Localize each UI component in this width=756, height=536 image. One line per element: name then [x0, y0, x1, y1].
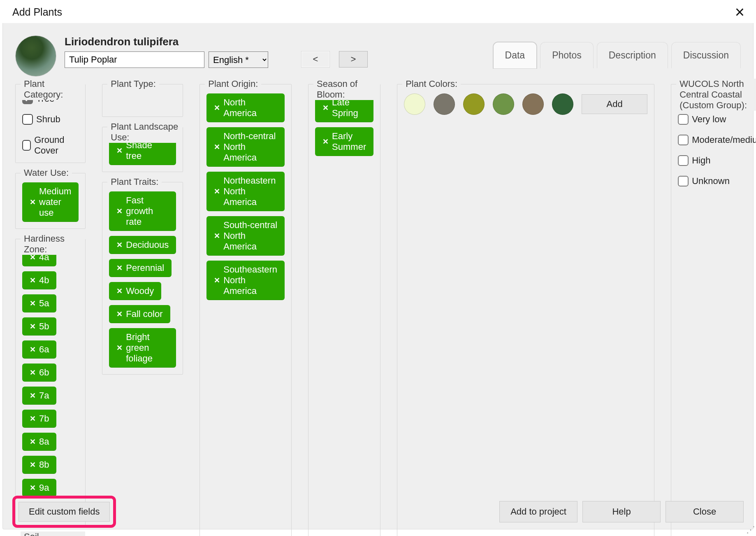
tag[interactable]: ✕6a: [22, 340, 56, 359]
tag[interactable]: ✕7a: [22, 387, 56, 405]
color-swatch[interactable]: [522, 93, 544, 115]
landscape-use-group: Plant Landscape Use: ✕Shade tree: [102, 127, 183, 172]
tag[interactable]: ✕Northeastern North America: [206, 172, 285, 211]
close-button[interactable]: Close: [666, 501, 744, 522]
tag[interactable]: ✕North America: [206, 93, 285, 122]
tag[interactable]: ✕Southeastern North America: [206, 261, 285, 300]
wucols-high-checkbox[interactable]: High: [678, 155, 710, 166]
tag[interactable]: ✕7b: [22, 410, 56, 428]
tab-description[interactable]: Description: [597, 42, 668, 68]
checkbox-label: Moderate/medium: [692, 135, 756, 145]
close-icon[interactable]: ×: [733, 4, 747, 20]
landscape-use-legend: Plant Landscape Use:: [107, 121, 183, 143]
remove-tag-icon[interactable]: ✕: [30, 368, 36, 377]
water-use-legend: Water Use:: [21, 168, 72, 178]
tag-label: 6a: [39, 344, 49, 355]
traits-legend: Plant Traits:: [107, 177, 162, 187]
remove-tag-icon[interactable]: ✕: [30, 414, 36, 423]
remove-tag-icon[interactable]: ✕: [116, 263, 123, 273]
tag[interactable]: ✕Medium water use: [22, 182, 79, 222]
remove-tag-icon[interactable]: ✕: [30, 198, 36, 207]
bloom-group: Season of Bloom: ✕Late Spring✕Early Summ…: [308, 84, 380, 536]
tag[interactable]: ✕Fall color: [109, 305, 170, 323]
remove-tag-icon[interactable]: ✕: [116, 207, 123, 216]
header-row: Liriodendron tulipifera English * < > Da…: [15, 23, 741, 77]
plant-category-group: Plant Category: Tree Shrub Ground Cov: [15, 84, 86, 163]
tag[interactable]: ✕5a: [22, 294, 56, 312]
wucols-moderate-checkbox[interactable]: Moderate/medium: [678, 135, 756, 145]
remove-tag-icon[interactable]: ✕: [30, 345, 36, 354]
remove-tag-icon[interactable]: ✕: [214, 103, 220, 112]
remove-tag-icon[interactable]: ✕: [214, 187, 220, 196]
plant-photo-avatar[interactable]: [15, 35, 56, 77]
category-shrub-checkbox[interactable]: Shrub: [22, 114, 60, 125]
plant-category-legend: Plant Category:: [21, 79, 85, 100]
tag[interactable]: ✕Woody: [109, 282, 161, 300]
tab-photos[interactable]: Photos: [540, 42, 594, 68]
remove-tag-icon[interactable]: ✕: [30, 299, 36, 308]
hardiness-legend: Hardiness Zone:: [21, 233, 85, 255]
tag[interactable]: ✕Fast growth rate: [109, 191, 176, 231]
name-row: English *: [65, 51, 268, 68]
remove-tag-icon[interactable]: ✕: [116, 287, 123, 296]
color-swatch[interactable]: [552, 93, 573, 115]
category-ground-cover-checkbox[interactable]: Ground Cover: [22, 135, 79, 156]
tag[interactable]: ✕9a: [22, 479, 56, 497]
remove-tag-icon[interactable]: ✕: [322, 103, 329, 112]
add-color-button[interactable]: Add: [582, 94, 647, 114]
hardiness-tags: ✕4a✕4b✕5a✕5b✕6a✕6b✕7a✕7b✕8a✕8b✕9a✕9b: [22, 248, 79, 520]
remove-tag-icon[interactable]: ✕: [214, 231, 220, 240]
tab-discussion[interactable]: Discussion: [671, 42, 741, 68]
footer-right: Add to project Help Close: [499, 501, 744, 522]
tabs: Data Photos Description Discussion: [493, 42, 741, 68]
prev-button[interactable]: <: [301, 51, 330, 68]
tag[interactable]: ✕6b: [22, 364, 56, 382]
tag[interactable]: ✕Deciduous: [109, 236, 176, 254]
tag[interactable]: ✕8b: [22, 456, 56, 474]
color-swatch[interactable]: [463, 93, 485, 115]
edit-custom-fields-button[interactable]: Edit custom fields: [19, 502, 110, 522]
remove-tag-icon[interactable]: ✕: [30, 391, 36, 400]
color-swatch[interactable]: [493, 93, 514, 115]
remove-tag-icon[interactable]: ✕: [116, 310, 123, 319]
remove-tag-icon[interactable]: ✕: [116, 240, 123, 249]
remove-tag-icon[interactable]: ✕: [30, 460, 36, 469]
tag-label: 8b: [39, 459, 49, 470]
language-select[interactable]: English *: [209, 51, 268, 68]
tag-label: 7a: [39, 390, 49, 401]
remove-tag-icon[interactable]: ✕: [116, 343, 123, 352]
tag[interactable]: ✕Bright green foliage: [109, 328, 176, 368]
color-swatch[interactable]: [404, 93, 425, 115]
checkbox-label: Unknown: [692, 176, 730, 186]
checkbox-label: Very low: [692, 114, 726, 125]
remove-tag-icon[interactable]: ✕: [214, 276, 220, 285]
tag[interactable]: ✕Early Summer: [315, 127, 373, 156]
next-button[interactable]: >: [339, 51, 368, 68]
traits-tags: ✕Fast growth rate✕Deciduous✕Perennial✕Wo…: [109, 191, 176, 368]
tag[interactable]: ✕4b: [22, 271, 56, 289]
tag[interactable]: ✕North-central North America: [206, 127, 285, 167]
wucols-very-low-checkbox[interactable]: Very low: [678, 114, 726, 125]
common-name-input[interactable]: [65, 51, 204, 68]
add-to-project-button[interactable]: Add to project: [499, 501, 577, 522]
tag-label: 4b: [39, 275, 49, 286]
resize-grip-icon[interactable]: ⋰: [746, 524, 754, 535]
tag-label: 9a: [39, 482, 49, 493]
wucols-unknown-checkbox[interactable]: Unknown: [678, 176, 730, 186]
tag[interactable]: ✕South-central North America: [206, 216, 285, 256]
remove-tag-icon[interactable]: ✕: [322, 137, 329, 146]
color-swatch[interactable]: [434, 93, 455, 115]
remove-tag-icon[interactable]: ✕: [214, 142, 220, 151]
tag[interactable]: ✕Perennial: [109, 259, 172, 277]
titlebar: Add Plants ×: [2, 0, 754, 23]
remove-tag-icon[interactable]: ✕: [116, 146, 123, 155]
tab-data[interactable]: Data: [493, 42, 537, 68]
tag[interactable]: ✕8a: [22, 433, 56, 451]
help-button[interactable]: Help: [582, 501, 661, 522]
remove-tag-icon[interactable]: ✕: [30, 322, 36, 331]
highlight-annotation: Edit custom fields: [12, 496, 116, 528]
tag[interactable]: ✕5b: [22, 317, 56, 336]
remove-tag-icon[interactable]: ✕: [30, 437, 36, 446]
remove-tag-icon[interactable]: ✕: [30, 276, 36, 285]
remove-tag-icon[interactable]: ✕: [30, 483, 36, 492]
